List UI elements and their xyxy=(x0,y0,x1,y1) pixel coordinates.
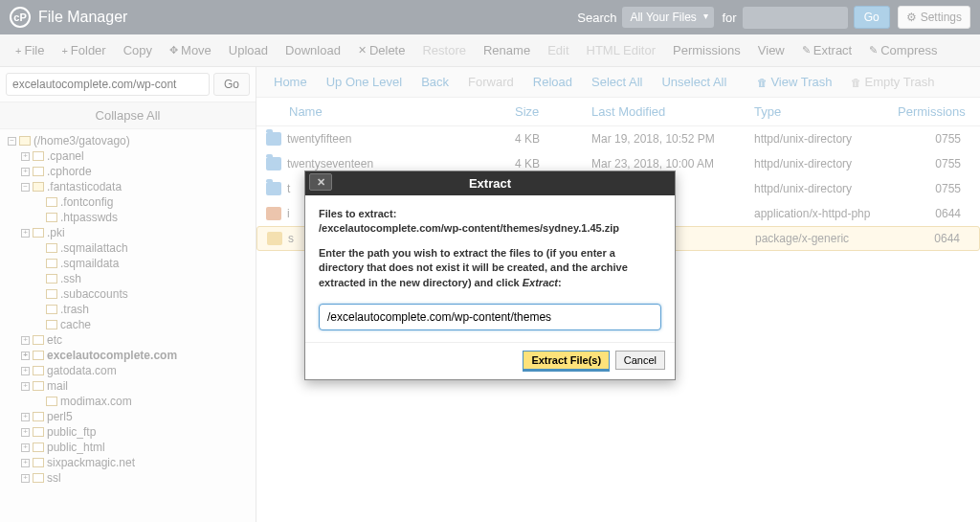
extract-path-input[interactable] xyxy=(319,304,661,330)
instruction-text: Enter the path you wish to extract the f… xyxy=(319,247,628,288)
extract-modal: ✕ Extract Files to extract: /excelautoco… xyxy=(304,170,676,380)
files-path: /excelautocomplete.com/wp-content/themes… xyxy=(319,222,619,234)
modal-header: ✕ Extract xyxy=(305,171,675,195)
close-icon[interactable]: ✕ xyxy=(309,173,332,191)
files-label: Files to extract: xyxy=(319,208,396,219)
extract-files-button[interactable]: Extract File(s) xyxy=(523,351,610,370)
cancel-button[interactable]: Cancel xyxy=(615,351,665,370)
